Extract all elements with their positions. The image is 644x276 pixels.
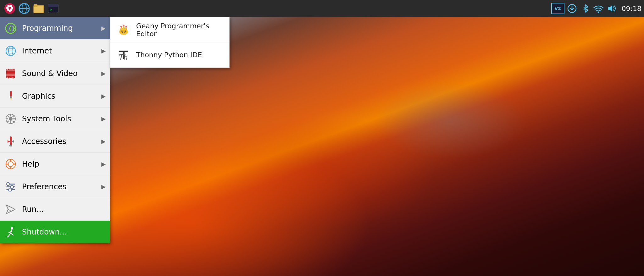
menu-item-graphics[interactable]: Graphics ▶: [0, 85, 110, 108]
svg-point-63: [123, 25, 125, 26]
svg-marker-55: [6, 205, 15, 214]
svg-point-39: [9, 117, 13, 121]
svg-rect-37: [10, 96, 12, 98]
programming-submenu: Geany Programmer's Editor Th Thonny Pyth…: [110, 17, 230, 68]
programming-icon: {}: [4, 22, 17, 35]
menu-item-programming[interactable]: {} Programming ▶: [0, 17, 110, 40]
graphics-arrow: ▶: [101, 93, 106, 99]
svg-line-56: [8, 209, 11, 211]
svg-point-60: [121, 30, 123, 32]
submenu-item-geany[interactable]: Geany Programmer's Editor: [110, 17, 229, 42]
clock: 09:18: [622, 5, 641, 13]
terminal-button[interactable]: >_: [47, 2, 60, 15]
svg-text:Th: Th: [119, 52, 128, 62]
preferences-arrow: ▶: [101, 183, 106, 190]
vnc-tray-icon[interactable]: V2: [551, 3, 564, 14]
menu-item-system-tools[interactable]: System Tools ▶: [0, 108, 110, 130]
svg-point-44: [8, 162, 13, 167]
menu-item-shutdown[interactable]: Shutdown...: [0, 221, 110, 243]
file-manager-button[interactable]: [32, 2, 45, 15]
volume-tray-icon[interactable]: [606, 3, 617, 14]
menu-item-preferences[interactable]: Preferences ▶: [0, 175, 110, 198]
svg-point-53: [10, 185, 14, 188]
web-browser-button[interactable]: [18, 2, 31, 15]
svg-rect-32: [8, 69, 9, 70]
help-label: Help: [22, 160, 101, 168]
accessories-arrow: ▶: [101, 138, 106, 145]
svg-point-7: [9, 10, 11, 13]
svg-text:>_: >_: [50, 8, 54, 12]
preferences-label: Preferences: [22, 182, 101, 191]
internet-icon: [4, 45, 17, 57]
menu-item-sound-video[interactable]: Sound & Video ▶: [0, 62, 110, 85]
svg-rect-40: [10, 136, 12, 145]
wifi-tray-icon[interactable]: [593, 3, 604, 14]
help-icon: [4, 158, 17, 170]
system-tools-icon: [4, 113, 17, 125]
sound-video-arrow: ▶: [101, 70, 106, 77]
svg-rect-35: [12, 77, 14, 79]
programming-arrow: ▶: [101, 25, 106, 31]
internet-arrow: ▶: [101, 47, 106, 54]
svg-point-19: [597, 12, 599, 13]
geany-label: Geany Programmer's Editor: [136, 22, 224, 38]
geany-icon: [116, 22, 131, 37]
svg-text:{}: {}: [8, 25, 15, 31]
svg-point-61: [125, 30, 126, 32]
shutdown-icon: [4, 226, 17, 238]
sound-video-icon: [4, 67, 17, 80]
raspberry-pi-button[interactable]: [3, 2, 16, 15]
svg-rect-33: [12, 69, 14, 70]
graphics-label: Graphics: [22, 92, 101, 101]
system-tools-label: System Tools: [22, 114, 101, 123]
svg-rect-16: [48, 4, 58, 7]
main-menu: {} Programming ▶ Internet ▶: [0, 17, 110, 243]
help-arrow: ▶: [101, 161, 106, 167]
menu-item-run[interactable]: Run...: [0, 198, 110, 221]
svg-rect-41: [9, 145, 12, 146]
preferences-icon: [4, 180, 17, 193]
svg-marker-20: [608, 5, 612, 12]
menu-item-help[interactable]: Help ▶: [0, 153, 110, 175]
svg-point-64: [125, 26, 127, 27]
menu-item-accessories[interactable]: Accessories ▶: [0, 130, 110, 153]
graphics-icon: [4, 90, 17, 102]
programming-label: Programming: [22, 24, 101, 33]
internet-label: Internet: [22, 47, 101, 55]
svg-rect-34: [8, 77, 9, 79]
shutdown-label: Shutdown...: [22, 228, 106, 236]
taskbar: >_ V2: [0, 0, 644, 17]
thonny-label: Thonny Python IDE: [136, 51, 202, 59]
bluetooth-tray-icon[interactable]: [580, 3, 591, 14]
update-tray-icon[interactable]: [566, 3, 578, 14]
svg-point-54: [8, 188, 12, 191]
run-label: Run...: [22, 205, 106, 214]
svg-point-52: [7, 182, 10, 185]
menu-item-internet[interactable]: Internet ▶: [0, 40, 110, 62]
svg-point-62: [120, 26, 122, 27]
svg-rect-14: [34, 4, 37, 7]
system-tray: V2: [551, 3, 641, 14]
accessories-label: Accessories: [22, 137, 101, 146]
run-icon: [4, 203, 17, 216]
thonny-icon: Th: [116, 47, 131, 63]
submenu-item-thonny[interactable]: Th Thonny Python IDE: [110, 42, 229, 68]
accessories-icon: [4, 135, 17, 148]
system-tools-arrow: ▶: [101, 115, 106, 122]
sound-video-label: Sound & Video: [22, 69, 101, 78]
svg-rect-31: [6, 74, 15, 76]
